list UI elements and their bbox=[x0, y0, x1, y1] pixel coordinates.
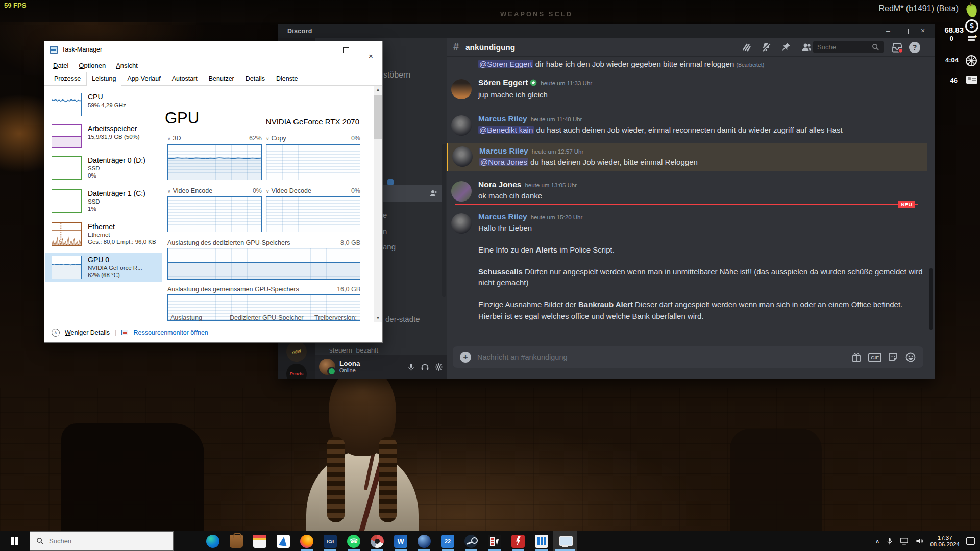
notifications-muted-icon[interactable] bbox=[761, 42, 771, 52]
chevron-down-icon[interactable]: ∨ bbox=[266, 136, 270, 141]
tab-leistung[interactable]: Leistung bbox=[86, 72, 121, 86]
message-author[interactable]: Nora Jones bbox=[478, 180, 521, 189]
help-icon[interactable]: ? bbox=[909, 42, 920, 53]
headphones-icon[interactable] bbox=[421, 363, 429, 371]
message-author[interactable]: Marcus Riley bbox=[478, 114, 527, 123]
discord-minimize-button[interactable]: – bbox=[879, 24, 897, 38]
taskbar-icon-folder[interactable] bbox=[225, 531, 248, 551]
sidebar-item-ethernet[interactable]: EthernetEthernetGes.: 80,0 Empf.: 96,0 K… bbox=[45, 219, 162, 249]
resource-monitor-link[interactable]: Ressourcenmonitor öffnen bbox=[133, 329, 208, 336]
avatar[interactable] bbox=[451, 79, 472, 99]
member-list-icon[interactable] bbox=[801, 42, 812, 52]
gear-icon[interactable] bbox=[434, 363, 443, 371]
gif-picker-icon[interactable]: GIF bbox=[868, 353, 881, 362]
search-input[interactable] bbox=[817, 43, 872, 51]
discord-maximize-button[interactable] bbox=[897, 24, 914, 38]
menu-optionen[interactable]: Optionen bbox=[74, 60, 110, 71]
tab-autostart[interactable]: Autostart bbox=[166, 72, 203, 85]
message-input[interactable] bbox=[477, 353, 845, 361]
channel-fragment[interactable]: steuern_bezahlt bbox=[329, 346, 378, 354]
invite-member-icon[interactable] bbox=[429, 189, 438, 198]
scroll-thumb[interactable] bbox=[374, 95, 382, 139]
emoji-icon[interactable] bbox=[905, 352, 916, 363]
taskbar-icon-redm[interactable] bbox=[483, 531, 506, 551]
sidebar-item-memory[interactable]: Arbeitsspeicher15,9/31,9 GB (50%) bbox=[45, 121, 162, 151]
microphone-icon[interactable] bbox=[407, 363, 415, 371]
username[interactable]: Loona bbox=[339, 360, 360, 367]
scroll-up-icon[interactable]: ▲ bbox=[374, 86, 382, 94]
taskbar-search[interactable] bbox=[30, 531, 174, 551]
tab-app-verlauf[interactable]: App-Verlauf bbox=[121, 72, 166, 85]
taskbar-icon-edge[interactable] bbox=[201, 531, 225, 551]
tab-details[interactable]: Details bbox=[240, 72, 271, 85]
taskbar-icon-firefox[interactable] bbox=[295, 531, 318, 551]
tray-clock[interactable]: 17:37 08.06.2024 bbox=[930, 535, 960, 548]
taskbar-icon-whatsapp[interactable]: ☎ bbox=[342, 531, 365, 551]
chevron-down-icon[interactable]: ∨ bbox=[167, 136, 171, 141]
sidebar-item-gpu0[interactable]: GPU 0NVIDIA GeForce R...62% (68 °C) bbox=[45, 253, 162, 282]
chat-scrollbar[interactable] bbox=[929, 57, 933, 346]
taskbar-icon-taskmanager[interactable] bbox=[553, 531, 577, 551]
taskbar-icon-word[interactable]: W bbox=[389, 531, 412, 551]
tm-scrollbar[interactable]: ▲ ▼ bbox=[374, 86, 382, 322]
less-details-button[interactable]: Weniger Details bbox=[65, 329, 110, 336]
server-icon-new[interactable]: new bbox=[284, 339, 309, 364]
taskbar-icon-22[interactable]: 22 bbox=[436, 531, 459, 551]
taskbar-icon-lightning[interactable] bbox=[506, 531, 530, 551]
gift-icon[interactable] bbox=[851, 352, 862, 363]
chevron-down-icon[interactable]: ∨ bbox=[167, 189, 171, 194]
menu-ansicht[interactable]: Ansicht bbox=[111, 60, 142, 71]
message-author[interactable]: Marcus Riley bbox=[478, 212, 527, 221]
avatar[interactable] bbox=[451, 213, 472, 234]
taskbar-icon-rsi[interactable]: RSI bbox=[318, 531, 342, 551]
channel-fragment[interactable]: ang bbox=[383, 242, 396, 251]
avatar[interactable] bbox=[319, 359, 335, 375]
tm-minimize-button[interactable]: – bbox=[310, 48, 333, 65]
tab-prozesse[interactable]: Prozesse bbox=[48, 72, 86, 85]
tray-expand-icon[interactable]: ∧ bbox=[875, 538, 880, 545]
taskbar-icon-bars[interactable] bbox=[530, 531, 553, 551]
avatar[interactable] bbox=[451, 181, 472, 202]
mention-pill[interactable]: @Benedikt kain bbox=[478, 126, 534, 134]
menu-datei[interactable]: Datei bbox=[48, 60, 73, 71]
taskbar-search-input[interactable] bbox=[49, 537, 151, 545]
attach-plus-icon[interactable]: + bbox=[460, 352, 471, 363]
chevron-down-icon[interactable]: ∨ bbox=[266, 189, 270, 194]
channel-fragment[interactable]: n bbox=[383, 227, 387, 236]
mention-pill[interactable]: @Nora Jones bbox=[479, 158, 528, 166]
mention-pill[interactable]: @Sören Eggert bbox=[478, 60, 533, 68]
start-button[interactable] bbox=[0, 531, 30, 551]
sidebar-item-disk1[interactable]: Datenträger 1 (C:)SSD1% bbox=[45, 186, 162, 216]
taskbar-icon-steam[interactable] bbox=[459, 531, 483, 551]
channel-fragment[interactable]: e bbox=[383, 211, 387, 219]
sticker-icon[interactable] bbox=[888, 352, 899, 363]
inbox-icon[interactable] bbox=[892, 42, 903, 53]
discord-close-button[interactable]: × bbox=[914, 24, 932, 38]
sidebar-item-disk0[interactable]: Datenträger 0 (D:)SSD0% bbox=[45, 153, 162, 183]
tab-benutzer[interactable]: Benutzer bbox=[203, 72, 240, 85]
search-box[interactable] bbox=[813, 41, 884, 53]
avatar[interactable] bbox=[451, 115, 472, 136]
server-icon-pearls[interactable]: Pearls bbox=[286, 364, 307, 379]
tm-maximize-button[interactable] bbox=[334, 41, 357, 59]
taskbar-icon-store[interactable] bbox=[248, 531, 272, 551]
tray-microphone-icon[interactable] bbox=[886, 537, 893, 545]
sidebar-item-cpu[interactable]: CPU59% 4,29 GHz bbox=[45, 90, 162, 119]
taskbar-icon-circular-app[interactable] bbox=[365, 531, 389, 551]
taskbar-icon-sail[interactable] bbox=[272, 531, 295, 551]
message-author[interactable]: Marcus Riley bbox=[479, 146, 528, 155]
notification-center-icon[interactable] bbox=[966, 537, 975, 545]
channel-fragment[interactable]: der-städte bbox=[385, 315, 420, 323]
message-author[interactable]: Sören Eggert bbox=[478, 78, 528, 87]
pin-icon[interactable] bbox=[781, 42, 791, 52]
tm-close-button[interactable]: × bbox=[359, 48, 382, 65]
browse-channels-label[interactable]: nstöbern bbox=[379, 70, 410, 80]
avatar[interactable] bbox=[452, 146, 473, 167]
tab-dienste[interactable]: Dienste bbox=[271, 72, 303, 85]
tray-network-icon[interactable] bbox=[900, 537, 909, 545]
scroll-down-icon[interactable]: ▼ bbox=[374, 314, 382, 322]
tray-volume-icon[interactable] bbox=[915, 537, 923, 545]
taskbar-icon-sphere[interactable] bbox=[412, 531, 436, 551]
threads-icon[interactable] bbox=[741, 42, 751, 52]
sidebar-scrollbar[interactable] bbox=[442, 144, 446, 297]
